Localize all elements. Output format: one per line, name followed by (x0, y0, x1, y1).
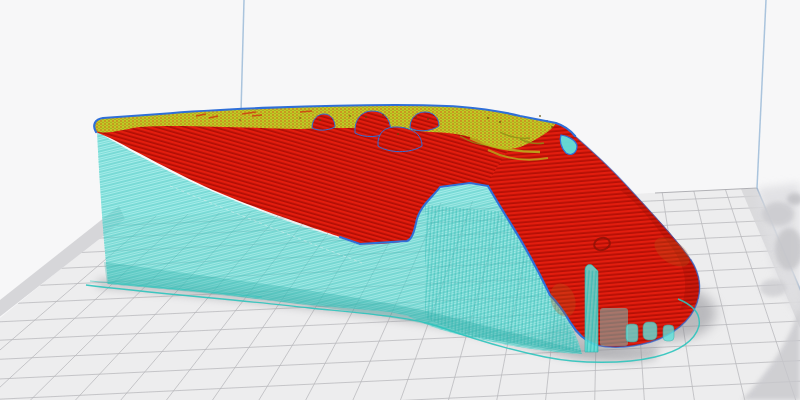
skin-infill-mark (300, 111, 312, 112)
support-pillar[interactable] (663, 325, 674, 341)
support-pillar[interactable] (626, 324, 638, 342)
scene-canvas (0, 0, 800, 400)
support-pillar[interactable] (600, 308, 628, 346)
pillar-texture (585, 270, 598, 352)
support-pillar[interactable] (643, 322, 657, 340)
slicer-3d-viewport[interactable] (0, 0, 800, 400)
